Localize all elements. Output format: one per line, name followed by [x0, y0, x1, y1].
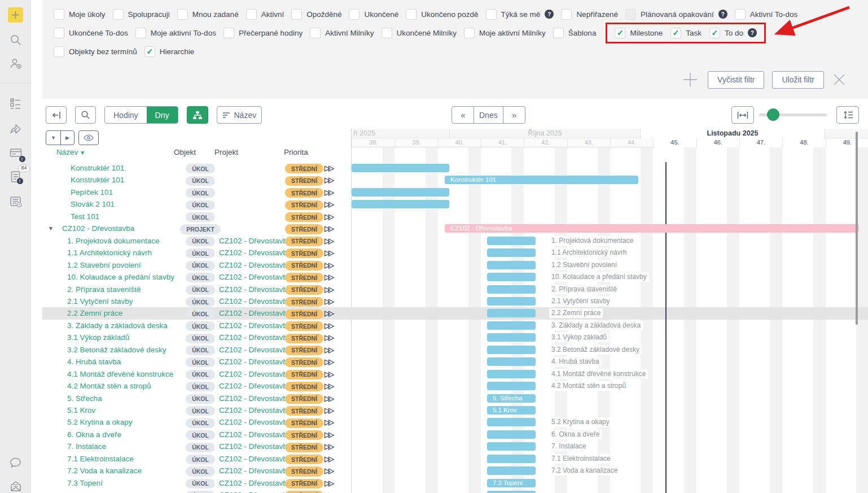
fast-forward-icon[interactable]: ▷▷ [325, 271, 332, 283]
fast-forward-icon[interactable]: ▷▷ [325, 259, 332, 271]
scale-hours-option[interactable]: Hodiny [105, 107, 147, 123]
task-bar[interactable] [487, 442, 536, 451]
table-row[interactable]: Konstruktér 101ÚKOLSTŘEDNÍ▷▷ [42, 162, 868, 174]
zoom-slider-knob[interactable] [767, 108, 779, 121]
send-check-button[interactable] [0, 120, 31, 137]
project-link[interactable]: CZ102 - Dřevostavba [219, 259, 291, 271]
fast-forward-icon[interactable]: ▷▷ [325, 453, 332, 465]
fast-forward-icon[interactable]: ▷▷ [325, 465, 332, 477]
project-link[interactable]: CZ102 - Dřevostavba [219, 271, 291, 283]
fast-forward-icon[interactable]: ▷▷ [325, 222, 332, 234]
task-name-link[interactable]: Slovák 2 101 [71, 198, 115, 210]
filter-moje-aktivn-miln-ky[interactable]: Moje aktivní Milníky [464, 28, 546, 38]
checkbox-unchecked[interactable] [246, 9, 257, 20]
next-period-button[interactable]: » [503, 106, 525, 124]
task-bar[interactable] [487, 248, 536, 257]
project-link[interactable]: CZ102 - Dřevostavba [219, 453, 291, 465]
filter-milestone[interactable]: ✓Milestone [615, 28, 663, 38]
checkbox-unchecked[interactable] [553, 28, 564, 38]
project-link[interactable]: CZ102 - Dřevostavba [219, 465, 291, 477]
clear-filter-button[interactable]: Vyčistit filtr [708, 71, 764, 89]
task-name-link[interactable]: Test 101 [71, 211, 99, 222]
task-bar[interactable] [487, 418, 536, 426]
checkbox-unchecked[interactable] [406, 9, 417, 20]
project-link[interactable]: CZ102 - Dřevostavba [219, 295, 291, 307]
task-bar[interactable] [487, 321, 536, 330]
hierarchy-view-button[interactable] [187, 106, 208, 124]
checkbox-unchecked[interactable] [291, 9, 302, 20]
task-name-link[interactable]: 1.2 Stavební povolení [67, 259, 141, 271]
task-bar[interactable]: 7.3 Topení [487, 479, 536, 487]
project-link[interactable]: CZ102 - Dřevostavba [219, 247, 291, 259]
checkbox-unchecked[interactable] [113, 9, 124, 20]
help-icon[interactable]: ? [545, 10, 554, 19]
project-link[interactable]: CZ102 - Dřevostavba [219, 307, 291, 319]
filter-ablona[interactable]: Šablona [553, 28, 597, 38]
task-name-link[interactable]: 1. Projektová dokumentace [67, 235, 160, 247]
board-button[interactable]: ! [0, 145, 31, 162]
filter-nep-i-azen[interactable]: Nepřiřazené [561, 9, 618, 20]
add-button[interactable] [0, 7, 31, 23]
fast-forward-icon[interactable]: ▷▷ [325, 320, 332, 331]
fast-forward-icon[interactable]: ▷▷ [325, 404, 332, 416]
table-row[interactable]: 2.1 Vytyčení stavbyÚKOLCZ102 - Dřevostav… [42, 295, 868, 307]
checkbox-unchecked[interactable] [561, 9, 572, 20]
task-name-link[interactable]: Pepíček 101 [71, 186, 113, 198]
filter-aktivn-to-dos[interactable]: Aktivní To-dos [735, 9, 798, 20]
task-bar[interactable] [487, 261, 536, 269]
task-bar[interactable] [487, 430, 536, 439]
column-header-name[interactable]: Název▼ [56, 148, 85, 156]
task-name-link[interactable]: Konstruktér 101 [71, 162, 124, 174]
table-row[interactable]: 1.2 Stavební povoleníÚKOLCZ102 - Dřevost… [42, 259, 868, 271]
fast-forward-icon[interactable]: ▷▷ [325, 368, 332, 380]
fast-forward-icon[interactable]: ▷▷ [325, 283, 332, 295]
checkbox-unchecked[interactable] [135, 28, 146, 38]
table-row[interactable]: 4.2 Montáž stěn a stropůÚKOLCZ102 - Dřev… [42, 380, 868, 392]
task-bar[interactable] [487, 346, 536, 354]
collapse-caret-icon[interactable]: ▼ [48, 222, 54, 234]
inbox-button[interactable] [0, 478, 31, 493]
sort-button[interactable]: Název [217, 106, 262, 124]
filter-task[interactable]: ✓Task [670, 28, 702, 38]
help-icon[interactable]: ? [748, 28, 757, 37]
task-bar[interactable] [487, 285, 536, 294]
filter-ukon-en-miln-ky[interactable]: Ukončené Milníky [382, 28, 457, 38]
task-bar[interactable]: 5. Střecha [487, 394, 536, 403]
filter-hierarchie[interactable]: ✓Hierarchie [144, 46, 195, 57]
task-name-link[interactable]: 2.1 Vytyčení stavby [67, 295, 133, 307]
task-name-link[interactable]: 6. Okna a dveře [67, 429, 121, 440]
table-row[interactable]: 3.2 Betonáž základové deskyÚKOLCZ102 - D… [42, 344, 868, 356]
task-name-link[interactable]: 2. Příprava staveniště [67, 283, 141, 295]
project-link[interactable]: CZ102 - Dřevostavba [219, 477, 291, 489]
task-bar[interactable] [487, 357, 536, 366]
save-filter-button[interactable]: Uložit filtr [772, 71, 824, 89]
project-link[interactable]: CZ102 - Dřevostavba [219, 320, 291, 331]
help-icon[interactable]: ? [718, 10, 727, 19]
table-row[interactable]: Test 101ÚKOLSTŘEDNÍ▷▷ [42, 211, 868, 222]
table-row[interactable]: 10. Kolaudace a předání stavbyÚKOLCZ102 … [42, 271, 868, 283]
table-row[interactable]: 7.1 ElektroinstalaceÚKOLCZ102 - Dřevosta… [42, 453, 868, 465]
checkbox-unchecked[interactable] [54, 9, 64, 20]
checkbox-unchecked[interactable] [349, 9, 360, 20]
filter-mnou-zadan[interactable]: Mnou zadané [177, 9, 239, 20]
row-height-button[interactable] [836, 106, 859, 124]
checkbox-unchecked[interactable] [223, 28, 234, 38]
chat-button[interactable] [0, 454, 31, 471]
project-link[interactable]: CZ102 - Dřevostavba [219, 440, 291, 452]
task-name-link[interactable]: 5. Střecha [67, 392, 102, 404]
fast-forward-icon[interactable]: ▷▷ [325, 440, 332, 452]
fit-width-button[interactable] [731, 106, 754, 124]
collapse-panel-button[interactable] [46, 106, 67, 124]
fast-forward-icon[interactable]: ▷▷ [325, 392, 332, 404]
project-link[interactable]: CZ102 - Dřevostavba [219, 356, 291, 368]
task-name-link[interactable]: 7.2 Voda a kanalizace [67, 465, 142, 477]
checkbox-unchecked[interactable] [625, 9, 636, 20]
fast-forward-icon[interactable]: ▷▷ [325, 307, 332, 319]
task-name-link[interactable]: Konstruktér 101 [71, 174, 124, 186]
table-row[interactable]: 7.3 TopeníÚKOLCZ102 - DřevostavbaSTŘEDNÍ… [42, 477, 868, 489]
checkbox-unchecked[interactable] [310, 28, 321, 38]
filter-moje-koly[interactable]: Moje úkoly [54, 9, 106, 20]
add-filter-icon[interactable] [681, 70, 700, 89]
task-bar[interactable] [487, 491, 536, 493]
table-row[interactable]: Pepíček 101ÚKOLSTŘEDNÍ▷▷ [42, 186, 868, 198]
